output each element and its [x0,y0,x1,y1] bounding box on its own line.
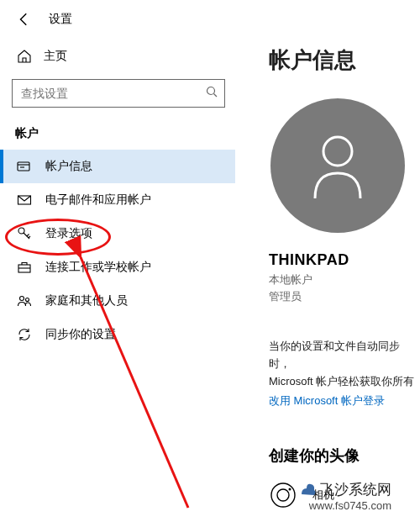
sidebar-item-signin-options[interactable]: 登录选项 [0,217,235,250]
search-box[interactable] [12,79,225,108]
app-title: 设置 [49,12,72,27]
svg-rect-2 [18,162,29,171]
svg-point-14 [289,488,291,491]
sync-icon [17,327,32,342]
content-title: 帐户信息 [269,45,420,75]
svg-point-0 [207,87,215,95]
home-icon [17,49,32,64]
svg-point-12 [271,483,295,507]
watermark-logo-icon [298,481,317,499]
content-area: 帐户信息 THINKPAD 本地帐户 管理员 当你的设置和文件自动同步时， Mi… [235,35,420,520]
sidebar-item-sync[interactable]: 同步你的设置 [0,318,235,351]
watermark-title: 飞沙系统网 [320,480,391,499]
search-icon [206,86,218,101]
svg-point-11 [323,137,352,166]
sidebar-item-label: 帐户信息 [45,159,92,174]
back-icon[interactable] [17,12,32,27]
watermark-url: www.fs0745.com [298,499,391,512]
account-role: 管理员 [269,288,420,305]
briefcase-icon [17,260,32,275]
sidebar-item-email[interactable]: 电子邮件和应用帐户 [0,183,235,217]
sidebar-item-label: 同步你的设置 [45,327,116,342]
email-icon [17,192,32,208]
sync-description: 当你的设置和文件自动同步时， Microsoft 帐户轻松获取你所有 [269,338,420,390]
camera-icon [269,481,297,509]
key-icon [17,226,32,241]
svg-line-1 [214,94,218,98]
sidebar-item-label: 登录选项 [45,226,92,241]
watermark: 飞沙系统网 www.fs0745.com [298,480,391,512]
sidebar: 主页 帐户 帐户信息 电子邮件和应用帐户 登录选项 [0,35,235,520]
avatar [270,98,405,233]
account-type: 本地帐户 [269,272,420,288]
search-input[interactable] [21,87,206,100]
sidebar-home[interactable]: 主页 [0,42,235,71]
svg-point-6 [18,228,24,234]
card-icon [17,159,32,174]
sidebar-item-account-info[interactable]: 帐户信息 [0,150,235,183]
create-avatar-heading: 创建你的头像 [269,446,420,466]
category-header: 帐户 [0,114,235,150]
sidebar-item-family[interactable]: 家庭和其他人员 [0,284,235,318]
sidebar-item-label: 连接工作或学校帐户 [45,260,151,275]
home-label: 主页 [44,49,67,64]
svg-point-13 [277,489,289,501]
person-icon [308,131,367,200]
switch-microsoft-account-link[interactable]: 改用 Microsoft 帐户登录 [269,393,420,409]
username: THINKPAD [269,251,420,269]
sidebar-item-label: 电子邮件和应用帐户 [45,192,151,208]
svg-point-9 [20,297,24,301]
sidebar-item-label: 家庭和其他人员 [45,293,128,308]
sidebar-item-work-school[interactable]: 连接工作或学校帐户 [0,250,235,284]
svg-point-10 [26,298,29,302]
people-icon [17,293,32,308]
